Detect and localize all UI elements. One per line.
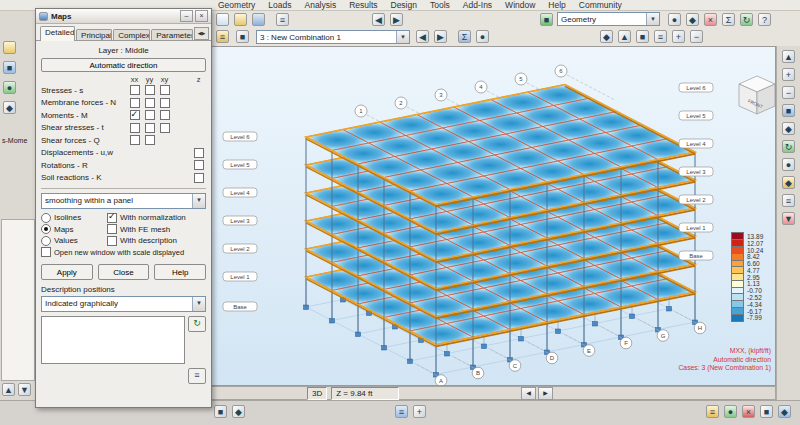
checkbox-xy[interactable]: [160, 85, 170, 95]
checkbox-xy[interactable]: [160, 123, 170, 133]
view-cube[interactable]: FRONT: [735, 73, 779, 119]
pan-icon[interactable]: ◆: [782, 122, 795, 135]
refresh-icon[interactable]: ↻: [740, 13, 753, 26]
coordinates-icon[interactable]: ◆: [778, 405, 791, 418]
save-project-icon[interactable]: [252, 13, 265, 26]
checkbox-z[interactable]: [194, 148, 204, 158]
checkbox-xx[interactable]: [130, 123, 140, 133]
delete-icon[interactable]: ×: [704, 13, 717, 26]
module-selector[interactable]: Geometry▼: [557, 12, 660, 26]
checkbox-z[interactable]: [194, 173, 204, 183]
check-with-normalization[interactable]: With normalization: [107, 212, 206, 224]
load-case-list-icon[interactable]: ≡: [216, 30, 229, 43]
geometry-node-icon[interactable]: ●: [3, 81, 16, 94]
axonometric-view-icon[interactable]: ◆: [782, 176, 795, 189]
new-project-icon[interactable]: [216, 13, 229, 26]
menu-help[interactable]: Help: [548, 0, 565, 10]
checkbox-yy[interactable]: [145, 85, 155, 95]
view-mode-indicator[interactable]: 3D: [307, 387, 327, 400]
help-icon[interactable]: ?: [758, 13, 771, 26]
view-icon[interactable]: ●: [668, 13, 681, 26]
panel-item-label[interactable]: s-Mome: [2, 137, 27, 144]
display-attributes-icon[interactable]: ≡: [782, 194, 795, 207]
chevron-down-icon[interactable]: ▼: [396, 31, 409, 43]
checkbox-z[interactable]: [194, 160, 204, 170]
node-selection-icon[interactable]: ◆: [600, 30, 613, 43]
checkbox-yy[interactable]: [145, 135, 155, 145]
check-with-fe-mesh[interactable]: With FE mesh: [107, 224, 206, 236]
results-status-icon[interactable]: ●: [476, 30, 489, 43]
view-manager-icon[interactable]: ■: [214, 405, 227, 418]
tab-detailed[interactable]: Detailed: [40, 26, 75, 41]
calculations-icon[interactable]: Σ: [458, 30, 471, 43]
previous-view-icon[interactable]: ◀: [521, 387, 536, 400]
undo-icon[interactable]: ◀: [372, 13, 385, 26]
menu-tools[interactable]: Tools: [430, 0, 450, 10]
menu-design[interactable]: Design: [391, 0, 417, 10]
checkbox-xx[interactable]: [130, 110, 140, 120]
filter-icon[interactable]: ≡: [654, 30, 667, 43]
redo-icon[interactable]: ▶: [390, 13, 403, 26]
close-icon[interactable]: ×: [195, 10, 208, 22]
previous-case-icon[interactable]: ◀: [416, 30, 429, 43]
automatic-direction-button[interactable]: Automatic direction: [41, 58, 206, 72]
structure-model-icon[interactable]: ■: [3, 61, 16, 74]
apply-button[interactable]: Apply: [41, 264, 93, 280]
units-icon[interactable]: ●: [724, 405, 737, 418]
snap-settings-icon[interactable]: +: [413, 405, 426, 418]
tab-parameters[interactable]: Parameter: [151, 29, 193, 40]
tab-scroll-icon[interactable]: ◀▶: [194, 27, 209, 40]
chevron-down-icon[interactable]: ▼: [192, 194, 205, 208]
open-new-window-checkbox[interactable]: [41, 247, 51, 257]
zoom-all-icon[interactable]: ◆: [686, 13, 699, 26]
tab-principal[interactable]: Principal: [76, 29, 112, 40]
next-view-icon[interactable]: ▶: [538, 387, 553, 400]
chevron-down-icon[interactable]: ▼: [646, 13, 659, 25]
checkbox-xy[interactable]: [160, 98, 170, 108]
close-button[interactable]: Close: [98, 264, 150, 280]
description-refresh-button[interactable]: ↻: [188, 316, 206, 332]
checkbox-yy[interactable]: [145, 110, 155, 120]
work-plane-z[interactable]: Z = 9.84 ft: [331, 387, 399, 400]
checkbox-xy[interactable]: [160, 110, 170, 120]
menu-window[interactable]: Window: [505, 0, 535, 10]
tab-complex[interactable]: Complex: [113, 29, 150, 40]
checkbox-xx[interactable]: [130, 85, 140, 95]
checkbox-xx[interactable]: [130, 135, 140, 145]
structure-3d-view[interactable]: 123456ABCDEFGHLevel 6Level 6Level 5Level…: [210, 46, 776, 386]
calculator-icon[interactable]: Σ: [722, 13, 735, 26]
zoom-out-icon[interactable]: −: [782, 86, 795, 99]
menu-loads[interactable]: Loads: [268, 0, 291, 10]
case-info-icon[interactable]: ■: [236, 30, 249, 43]
next-case-icon[interactable]: ▶: [434, 30, 447, 43]
open-project-icon[interactable]: [234, 13, 247, 26]
zoom-window-icon[interactable]: ■: [782, 104, 795, 117]
front-view-icon[interactable]: ●: [782, 158, 795, 171]
folder-icon[interactable]: [3, 41, 16, 54]
checkbox-yy[interactable]: [145, 98, 155, 108]
chevron-down-icon[interactable]: ▼: [192, 297, 205, 311]
grid-toggle-icon[interactable]: ■: [760, 405, 773, 418]
help-button[interactable]: Help: [154, 264, 206, 280]
dynamic-view-icon[interactable]: ▼: [782, 212, 795, 225]
rotate-3d-icon[interactable]: ↻: [782, 140, 795, 153]
description-positions-list[interactable]: [41, 316, 185, 364]
smoothing-selector[interactable]: smoothing within a panel▼: [41, 193, 206, 209]
open-table-button[interactable]: ≡: [188, 368, 206, 384]
minimize-icon[interactable]: –: [180, 10, 193, 22]
select-cursor-icon[interactable]: ▲: [782, 50, 795, 63]
bar-selection-icon[interactable]: ▲: [618, 30, 631, 43]
display-options-icon[interactable]: ≡: [395, 405, 408, 418]
check-with-description[interactable]: With description: [107, 235, 206, 247]
checkbox-yy[interactable]: [145, 123, 155, 133]
panel-tab-icon[interactable]: ▲: [2, 383, 15, 396]
menu-addins[interactable]: Add-Ins: [463, 0, 492, 10]
clear-selection-icon[interactable]: −: [690, 30, 703, 43]
zoom-in-icon[interactable]: +: [782, 68, 795, 81]
radio-maps[interactable]: Maps: [41, 224, 107, 236]
printer-icon[interactable]: ≡: [276, 13, 289, 26]
open-new-window-option[interactable]: Open new window with scale displayed: [41, 247, 206, 259]
layers-icon[interactable]: ≡: [706, 405, 719, 418]
radio-values[interactable]: Values: [41, 235, 107, 247]
dialog-title-bar[interactable]: Maps – ×: [36, 9, 211, 24]
